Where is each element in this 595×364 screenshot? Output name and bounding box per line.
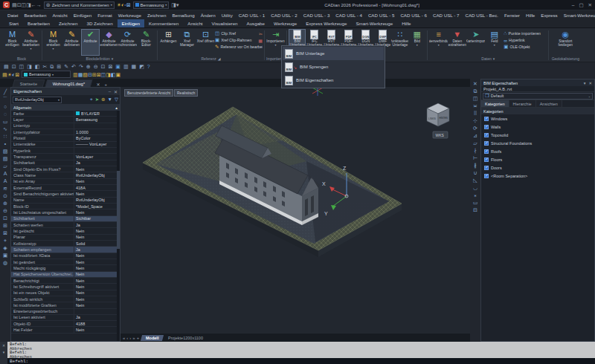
zoom-window-icon[interactable]: ⊡: [3, 215, 7, 221]
pan-icon[interactable]: ⌖: [4, 237, 7, 244]
menu-item[interactable]: BIM BIM Eigenschaften: [283, 74, 384, 87]
add-sheet-icon[interactable]: +: [136, 336, 141, 340]
ribbon-tab[interactable]: Zeichnen: [54, 19, 82, 27]
property-row[interactable]: Schatten empfangen Ja: [11, 247, 117, 253]
ribbon-tab[interactable]: Einfügen: [118, 19, 144, 27]
layer-prev-icon[interactable]: ◨: [106, 72, 111, 77]
render-style-icon[interactable]: ▥: [123, 63, 129, 70]
menu-item[interactable]: Fenster: [501, 13, 523, 18]
ribbon-small-button[interactable]: ∴ Punkte importieren: [504, 30, 547, 36]
property-row[interactable]: Sichtbarkeit Ja: [11, 160, 117, 166]
checkbox-checked-icon[interactable]: ✓: [484, 125, 489, 129]
ribbon-button[interactable]: ▦ Bild▾: [408, 29, 425, 56]
property-row[interactable]: Linienstärke ——— VonLayer: [11, 142, 117, 148]
menu-item[interactable]: CAD USL - Bec.: [462, 13, 501, 18]
property-row[interactable]: Ist Schreibzugriff aktiviert Nein: [11, 284, 117, 290]
circle-icon[interactable]: ○: [4, 103, 7, 110]
ribbon-row-action-icon[interactable]: ✂: [259, 31, 263, 36]
region-icon[interactable]: ▭: [473, 199, 478, 206]
ribbon-small-button[interactable]: ▣ Xref Clip-Rahmen ▦: [215, 37, 263, 43]
print-icon[interactable]: ◨: [27, 63, 32, 70]
menu-item[interactable]: CAD USL - 5: [365, 13, 398, 18]
filter-icon[interactable]: ▼: [108, 97, 112, 103]
layer-dropdown[interactable]: Bemassung ▾: [22, 71, 71, 78]
close-palette-icon[interactable]: ✕: [114, 89, 118, 94]
property-row[interactable]: Transparenz VonLayer: [11, 154, 117, 160]
line-icon[interactable]: ╱: [4, 88, 7, 95]
text-icon[interactable]: A: [4, 170, 7, 177]
join-icon[interactable]: ∪: [473, 169, 477, 176]
zoom-in-icon[interactable]: ⊕: [86, 63, 91, 70]
wcs-badge[interactable]: WKS: [436, 133, 445, 137]
viewport-icon[interactable]: ▣: [115, 63, 120, 70]
menu-item[interactable]: Hilfe: [523, 13, 538, 18]
property-row[interactable]: Ist ein Array Nein: [11, 179, 117, 185]
bim-panel-title-bar[interactable]: BIM Eigenschaften ▾ ✕: [481, 79, 594, 86]
viewcube[interactable]: LINKS HINTEN WKS: [427, 103, 449, 138]
offset-icon[interactable]: ≍: [473, 103, 477, 109]
open-icon[interactable]: ⊡: [12, 63, 16, 70]
menu-item[interactable]: Bemaßung: [169, 13, 197, 18]
zoom-scale-icon[interactable]: ▣: [3, 252, 8, 259]
property-row[interactable]: Objekt-ID 4188: [11, 321, 117, 327]
checkbox-checked-icon[interactable]: ✓: [484, 166, 489, 170]
ribbon-button[interactable]: ⟳ Attribute synchronisieren: [118, 29, 137, 56]
ribbon-button[interactable]: M Block erstellen▾: [44, 29, 62, 56]
property-row[interactable]: Linientyp: [11, 123, 117, 129]
undo-icon[interactable]: ↶: [71, 63, 76, 70]
minimize-button[interactable]: –: [572, 2, 575, 8]
document-tab[interactable]: Wohnung01.dwg*: [45, 79, 93, 87]
property-row[interactable]: Ist modifizierte Grafiken Nein: [11, 302, 117, 308]
property-row[interactable]: Sichtbarkeit Sichtbar: [11, 216, 117, 222]
property-row[interactable]: Ist Löschstatus umgeschaltet Nein: [11, 209, 117, 215]
revision-cloud-icon[interactable]: ≋: [3, 185, 7, 192]
property-row[interactable]: Erweiterungswörterbuch: [11, 309, 117, 315]
menu-item[interactable]: Datei: [4, 13, 21, 18]
category-item[interactable]: ✓ Floors: [481, 155, 594, 163]
properties-scrollbar[interactable]: [117, 111, 120, 341]
ribbon-small-button[interactable]: ◫ Clip Xref ✂: [215, 30, 263, 36]
ribbon-group-label[interactable]: Block: [3, 56, 40, 62]
layer-isolate-icon[interactable]: ▧: [83, 72, 88, 77]
property-row[interactable]: Ist gelöscht Nein: [11, 228, 117, 234]
center-mark-icon[interactable]: ⊙: [3, 192, 7, 199]
erase-icon[interactable]: ✕: [473, 80, 477, 87]
toggle-pickadd-icon[interactable]: ⊛: [101, 97, 105, 103]
property-row[interactable]: Schließt wirklich Nein: [11, 296, 117, 302]
select-objects-icon[interactable]: ➤: [95, 97, 99, 103]
subtract-icon[interactable]: ⊟: [473, 207, 477, 213]
ribbon-button[interactable]: ✔ Attribute: [81, 29, 100, 56]
menu-item[interactable]: Utility: [219, 13, 236, 18]
zoom-extents-icon[interactable]: ⊠: [108, 63, 112, 70]
layout-tab[interactable]: Modell: [141, 335, 164, 341]
property-row[interactable]: Name RvtUnderlayObj: [11, 198, 117, 204]
redo-icon[interactable]: →: [36, 2, 42, 7]
category-item[interactable]: ✓ Windows: [481, 114, 594, 123]
property-row[interactable]: Sind Benachrichtigungen aktiviert Nein: [11, 191, 117, 197]
move-icon[interactable]: ⊹: [473, 117, 477, 124]
shade-icon[interactable]: ◩: [139, 63, 144, 70]
category-item[interactable]: ✓ Walls: [481, 123, 594, 131]
arc-icon[interactable]: ⌒: [3, 96, 8, 103]
chamfer-icon[interactable]: ◺: [473, 177, 477, 183]
ribbon-group-label[interactable]: Blockdefinition▾: [44, 56, 155, 62]
menu-item[interactable]: BIM ↘ BIM Sprengen: [283, 60, 384, 74]
ribbon-tab[interactable]: Visualisieren: [208, 19, 242, 27]
property-row[interactable]: Hat Felder Nein: [11, 327, 117, 333]
cadian-logo-icon[interactable]: C: [3, 1, 10, 8]
property-row[interactable]: Plotstil ByColor: [11, 135, 117, 141]
rotate-icon[interactable]: ⟳: [473, 125, 477, 131]
ribbon-small-button[interactable]: ✎ Referenz vor Ort bearbeiten ▱: [215, 44, 263, 50]
menu-item[interactable]: CAD USL - 2: [268, 13, 300, 18]
ribbon-button[interactable]: ✎ Attribute definieren: [62, 29, 81, 56]
property-row[interactable]: Linientypfaktor 1.0000: [11, 129, 117, 135]
properties-section-header[interactable]: Allgemein ▴: [11, 104, 120, 111]
preview-icon[interactable]: ◧: [35, 63, 40, 70]
category-item[interactable]: ✓ Doors: [481, 163, 594, 172]
property-row[interactable]: Hyperlink: [11, 148, 117, 154]
ribbon-button[interactable]: ➤ Kartenimport: [466, 29, 485, 56]
menu-item[interactable]: Zeichnen: [144, 13, 169, 18]
scale-icon[interactable]: ⊿: [473, 132, 477, 139]
close-tab-icon[interactable]: ✕: [94, 82, 103, 87]
property-row[interactable]: Class Name RvtUnderlayObj: [11, 172, 117, 178]
